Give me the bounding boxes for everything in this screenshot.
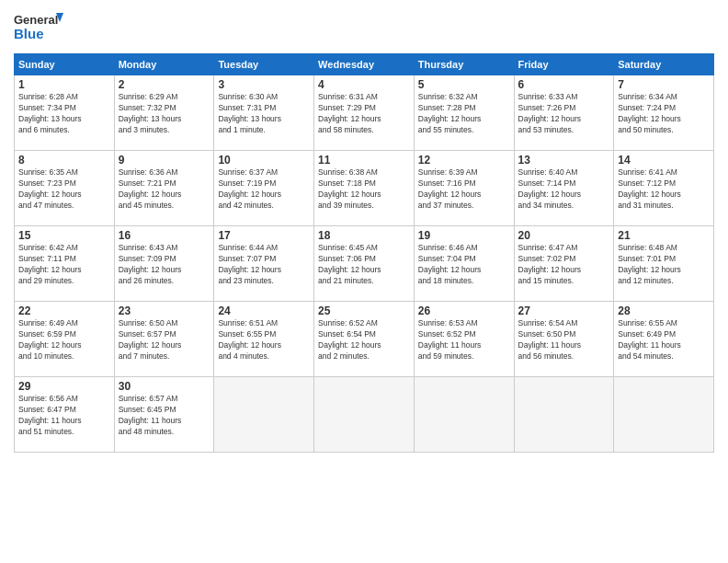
table-cell: 17Sunrise: 6:44 AMSunset: 7:07 PMDayligh… — [214, 226, 314, 302]
info-line: Sunrise: 6:51 AM — [218, 318, 310, 329]
week-row-1: 1Sunrise: 6:28 AMSunset: 7:34 PMDaylight… — [15, 75, 714, 151]
table-cell — [414, 377, 514, 453]
info-line: Sunrise: 6:38 AM — [318, 167, 410, 178]
day-number: 16 — [119, 229, 210, 242]
info-line: Sunrise: 6:53 AM — [418, 318, 510, 329]
info-line: Sunrise: 6:50 AM — [119, 318, 210, 329]
table-cell: 19Sunrise: 6:46 AMSunset: 7:04 PMDayligh… — [414, 226, 514, 302]
day-info: Sunrise: 6:50 AMSunset: 6:57 PMDaylight:… — [119, 318, 210, 362]
day-number: 28 — [618, 304, 710, 317]
info-line: Daylight: 12 hours — [318, 114, 410, 125]
info-line: Sunset: 7:07 PM — [218, 254, 310, 265]
day-number: 24 — [218, 304, 310, 317]
info-line: and 50 minutes. — [618, 125, 710, 136]
day-info: Sunrise: 6:39 AMSunset: 7:16 PMDaylight:… — [418, 167, 510, 212]
calendar-table: Sunday Monday Tuesday Wednesday Thursday… — [14, 53, 714, 453]
table-cell: 4Sunrise: 6:31 AMSunset: 7:29 PMDaylight… — [314, 75, 415, 151]
info-line: Sunset: 7:23 PM — [18, 178, 110, 190]
info-line: Daylight: 12 hours — [418, 190, 510, 201]
day-info: Sunrise: 6:46 AMSunset: 7:04 PMDaylight:… — [418, 243, 510, 287]
info-line: Sunset: 7:18 PM — [318, 178, 410, 190]
table-cell — [614, 377, 714, 453]
day-number: 11 — [318, 154, 410, 167]
day-number: 10 — [218, 154, 310, 167]
info-line: Daylight: 12 hours — [218, 340, 310, 351]
day-number: 25 — [318, 304, 410, 317]
info-line: Daylight: 12 hours — [318, 340, 410, 351]
info-line: Daylight: 12 hours — [119, 190, 210, 201]
day-number: 12 — [418, 154, 510, 167]
info-line: Sunset: 6:52 PM — [418, 329, 510, 340]
info-line: Sunset: 7:21 PM — [119, 178, 210, 190]
info-line: Sunset: 7:06 PM — [318, 254, 410, 265]
info-line: Sunset: 7:19 PM — [218, 178, 310, 190]
info-line: and 37 minutes. — [418, 201, 510, 212]
table-cell: 11Sunrise: 6:38 AMSunset: 7:18 PMDayligh… — [314, 151, 415, 226]
day-info: Sunrise: 6:42 AMSunset: 7:11 PMDaylight:… — [18, 243, 110, 287]
table-cell: 16Sunrise: 6:43 AMSunset: 7:09 PMDayligh… — [114, 226, 214, 302]
info-line: Daylight: 12 hours — [418, 265, 510, 276]
info-line: Sunset: 6:49 PM — [618, 329, 710, 340]
th-monday: Monday — [114, 54, 214, 75]
info-line: Daylight: 12 hours — [18, 265, 110, 276]
day-number: 19 — [418, 229, 510, 242]
day-info: Sunrise: 6:34 AMSunset: 7:24 PMDaylight:… — [618, 92, 710, 136]
day-info: Sunrise: 6:44 AMSunset: 7:07 PMDaylight:… — [218, 243, 310, 287]
day-number: 14 — [618, 154, 710, 167]
info-line: Sunset: 6:50 PM — [518, 329, 610, 340]
info-line: Sunrise: 6:29 AM — [119, 92, 210, 103]
info-line: Sunset: 7:26 PM — [518, 103, 610, 114]
table-cell: 25Sunrise: 6:52 AMSunset: 6:54 PMDayligh… — [314, 302, 415, 377]
day-info: Sunrise: 6:51 AMSunset: 6:55 PMDaylight:… — [218, 318, 310, 362]
table-cell: 28Sunrise: 6:55 AMSunset: 6:49 PMDayligh… — [614, 302, 714, 377]
week-row-3: 15Sunrise: 6:42 AMSunset: 7:11 PMDayligh… — [15, 226, 714, 302]
info-line: and 51 minutes. — [18, 427, 110, 438]
info-line: Sunset: 6:57 PM — [119, 329, 210, 340]
info-line: Sunrise: 6:44 AM — [218, 243, 310, 254]
th-tuesday: Tuesday — [214, 54, 314, 75]
table-cell — [514, 377, 614, 453]
day-number: 3 — [218, 78, 310, 91]
info-line: Sunrise: 6:43 AM — [119, 243, 210, 254]
info-line: Daylight: 11 hours — [418, 340, 510, 351]
day-info: Sunrise: 6:43 AMSunset: 7:09 PMDaylight:… — [119, 243, 210, 287]
info-line: and 48 minutes. — [119, 427, 210, 438]
info-line: Sunrise: 6:33 AM — [518, 92, 610, 103]
week-row-4: 22Sunrise: 6:49 AMSunset: 6:59 PMDayligh… — [15, 302, 714, 377]
info-line: and 15 minutes. — [518, 276, 610, 287]
day-number: 4 — [318, 78, 410, 91]
info-line: and 18 minutes. — [418, 276, 510, 287]
info-line: Sunset: 6:54 PM — [318, 329, 410, 340]
info-line: Daylight: 11 hours — [119, 416, 210, 427]
info-line: Sunrise: 6:41 AM — [618, 167, 710, 178]
info-line: Sunset: 6:47 PM — [18, 405, 110, 416]
table-cell: 1Sunrise: 6:28 AMSunset: 7:34 PMDaylight… — [15, 75, 115, 151]
header: General Blue — [14, 9, 714, 46]
day-info: Sunrise: 6:56 AMSunset: 6:47 PMDaylight:… — [18, 394, 110, 438]
info-line: and 58 minutes. — [318, 125, 410, 136]
info-line: and 34 minutes. — [518, 201, 610, 212]
day-number: 30 — [119, 380, 210, 393]
day-info: Sunrise: 6:37 AMSunset: 7:19 PMDaylight:… — [218, 167, 310, 212]
th-sunday: Sunday — [15, 54, 115, 75]
info-line: and 39 minutes. — [318, 201, 410, 212]
info-line: Daylight: 12 hours — [618, 190, 710, 201]
info-line: Sunrise: 6:32 AM — [418, 92, 510, 103]
day-number: 18 — [318, 229, 410, 242]
svg-text:General: General — [14, 13, 58, 27]
page: General Blue Sunday Monday Tuesday Wedne… — [0, 0, 728, 563]
info-line: Sunset: 7:24 PM — [618, 103, 710, 114]
day-info: Sunrise: 6:38 AMSunset: 7:18 PMDaylight:… — [318, 167, 410, 212]
table-cell: 22Sunrise: 6:49 AMSunset: 6:59 PMDayligh… — [15, 302, 115, 377]
info-line: and 1 minute. — [218, 125, 310, 136]
day-number: 5 — [418, 78, 510, 91]
table-cell: 30Sunrise: 6:57 AMSunset: 6:45 PMDayligh… — [114, 377, 214, 453]
table-cell: 15Sunrise: 6:42 AMSunset: 7:11 PMDayligh… — [15, 226, 115, 302]
info-line: Daylight: 12 hours — [618, 265, 710, 276]
day-number: 23 — [119, 304, 210, 317]
info-line: Daylight: 11 hours — [618, 340, 710, 351]
logo-svg: General Blue — [14, 9, 64, 46]
table-cell: 12Sunrise: 6:39 AMSunset: 7:16 PMDayligh… — [414, 151, 514, 226]
info-line: Sunset: 7:01 PM — [618, 254, 710, 265]
info-line: Sunrise: 6:46 AM — [418, 243, 510, 254]
